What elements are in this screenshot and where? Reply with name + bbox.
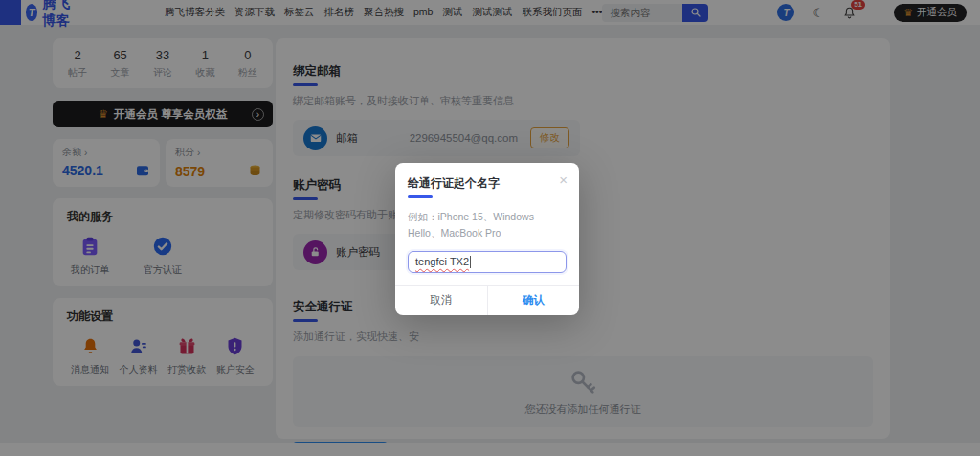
close-icon[interactable]: × <box>559 172 568 187</box>
dialog-footer: 取消 确认 <box>395 285 579 315</box>
dialog-title: 给通行证起个名字 <box>408 175 567 192</box>
dialog-title-underline <box>408 195 433 198</box>
text-caret <box>470 256 471 268</box>
confirm-button[interactable]: 确认 <box>487 286 580 315</box>
passkey-name-input[interactable]: tengfei TX2 <box>408 251 567 273</box>
cancel-button[interactable]: 取消 <box>395 286 487 315</box>
dialog-example-text: 例如：iPhone 15、Windows Hello、MacBook Pro <box>408 209 567 241</box>
passkey-name-value: tengfei TX2 <box>415 256 469 267</box>
name-passkey-dialog: 给通行证起个名字 × 例如：iPhone 15、Windows Hello、Ma… <box>395 163 579 315</box>
